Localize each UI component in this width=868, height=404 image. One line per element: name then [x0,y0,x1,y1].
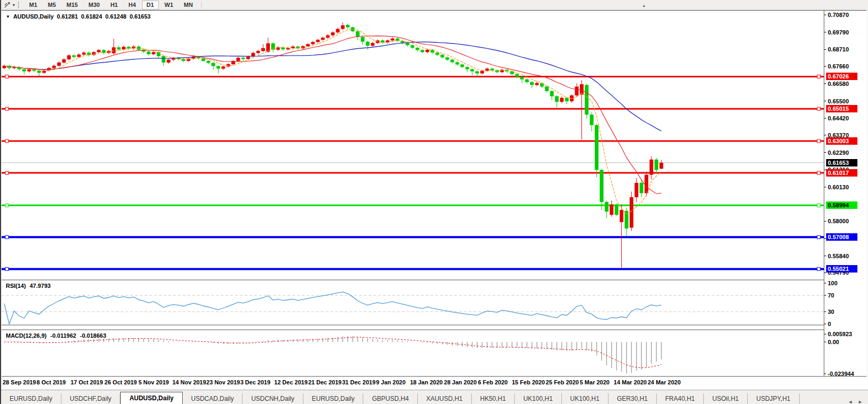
hline-anchor[interactable] [817,204,820,207]
hline-anchor[interactable] [5,139,8,143]
date-tick-label: 12 Dec 2019 [274,379,308,385]
date-tick-label: 23 Nov 2019 [207,379,240,385]
date-tick-label: 17 Oct 2019 [70,379,103,385]
scroll-right-icon[interactable]: ► [858,399,863,404]
price-tick-label: 0.55840 [828,253,849,259]
price-tick-label: 0.66580 [828,81,849,87]
tab-scroll-arrows: ◄ ► [848,399,868,404]
hline-anchor[interactable] [817,107,820,110]
price-level-badge: 0.61017 [826,169,857,177]
price-level-badge: 0.57008 [826,233,857,241]
date-axis: 28 Sep 20198 Oct 201917 Oct 201926 Oct 2… [2,377,868,390]
price-tick-label: 0.68710 [828,46,849,52]
ohlc-high: 0.61824 [81,13,102,20]
mt4-window: ▼ M1M5M15M30H1H4D1W1MN ▴ ▼ AUDUSD,Daily … [0,0,868,404]
chart-tab-4[interactable]: USDCNH,Daily [243,393,303,404]
rsi-indicator-label: RSI(14) 47.9793 [6,283,51,289]
chart-tab-1[interactable]: USDCHF,Daily [61,393,121,404]
price-level-badge: 0.63003 [826,137,857,145]
timeframe-buttons: M1M5M15M30H1H4D1W1MN [24,1,198,10]
hline-anchor[interactable] [5,75,8,78]
toolbar-separator [201,2,202,8]
timeframe-button-m1[interactable]: M1 [24,1,42,10]
price-level-badge: 0.65015 [826,105,857,112]
date-tick-label: 8 Oct 2019 [37,379,66,385]
chart-tab-0[interactable]: EURUSD,Daily [1,393,61,404]
rsi-tick-label: 30 [828,309,834,315]
date-tick-label: 5 Nov 2019 [138,379,168,385]
price-level-badge: 0.67026 [826,73,857,80]
toolbar-grip[interactable] [18,2,21,8]
rsi-name: RSI(14) [6,283,26,289]
toolbar-overflow-icon[interactable]: ▴ [643,3,645,8]
chart-tab-8[interactable]: HK50,H1 [472,393,515,404]
ohlc-close: 0.61653 [130,13,151,20]
date-tick-label: 21 Dec 2019 [308,379,342,385]
price-tick-label: 0.67660 [828,63,849,69]
date-tick-label: 24 Mar 2020 [648,379,681,385]
current-price-badge: 0.61653 [826,159,857,166]
chart-tab-6[interactable]: GBPUSD,H4 [363,393,417,404]
timeframe-button-m5[interactable]: M5 [43,1,60,10]
hline-anchor[interactable] [817,75,820,78]
chart-tab-7[interactable]: XAUUSD,H1 [418,393,472,404]
drawing-tool-icon[interactable]: ▼ [3,1,16,8]
date-tick-label: 28 Jan 2020 [444,379,477,385]
chart-tab-14[interactable]: USDJPY,H1 [748,393,799,404]
hline-anchor[interactable] [817,171,820,174]
price-tick-label: 0.60130 [828,184,849,190]
ohlc-open: 0.61281 [57,13,78,20]
hline-anchor[interactable] [817,235,820,239]
hline-anchor[interactable] [817,139,820,143]
price-chart-canvas[interactable] [2,10,866,377]
hline-anchor[interactable] [5,171,8,174]
hline-anchor[interactable] [5,107,8,110]
timeframe-button-m30[interactable]: M30 [84,1,104,10]
chart-tab-5[interactable]: EURUSD,Daily [303,393,364,404]
chart-tab-3[interactable]: USDCAD,Daily [183,393,243,404]
chart-tab-13[interactable]: USOil,H1 [704,393,748,404]
hline-anchor[interactable] [5,267,8,270]
macd-tick-label: 0.00 [828,339,839,345]
timeframe-button-w1[interactable]: W1 [160,1,178,10]
chart-tab-9[interactable]: UK100,H1 [515,393,561,404]
price-tick-label: 0.58000 [828,218,849,224]
date-tick-label: 14 Nov 2019 [173,379,207,385]
hline-anchor[interactable] [817,267,820,270]
chart-window: ▼ AUDUSD,Daily 0.61281 0.61824 0.61248 0… [2,10,866,377]
chart-tab-12[interactable]: FRA40,H1 [657,393,704,404]
price-tick-label: 0.70870 [828,12,849,18]
chevron-down-icon: ▼ [12,3,16,7]
timeframe-button-h1[interactable]: H1 [105,1,122,10]
hline-anchor[interactable] [5,235,8,239]
price-tick-label: 0.65500 [828,98,849,104]
price-tick-label: 0.69790 [828,29,849,36]
timeframe-button-h4[interactable]: H4 [123,1,140,10]
chart-tab-11[interactable]: GER30,H1 [609,393,657,404]
crosshair-lines-icon [4,2,11,8]
hline-anchor[interactable] [5,204,8,207]
chart-tab-2[interactable]: AUDUSD,Daily [120,392,182,404]
chart-menu-caret-icon[interactable]: ▼ [6,14,10,19]
price-level-badge: 0.55021 [826,265,857,273]
rsi-tick-label: 100 [828,280,837,286]
date-tick-label: 28 Sep 2019 [3,379,36,385]
date-tick-label: 18 Jan 2020 [410,379,443,385]
left-splitter[interactable] [0,0,1,404]
timeframe-button-d1[interactable]: D1 [142,1,159,10]
macd-tick-label: -0.023944 [828,371,854,377]
timeframe-toolbar: ▼ M1M5M15M30H1H4D1W1MN ▴ [1,0,868,10]
rsi-tick-label: 0 [828,321,831,327]
timeframe-button-mn[interactable]: MN [179,1,198,10]
scroll-left-icon[interactable]: ◄ [848,399,853,404]
chart-symbol: AUDUSD,Daily [13,13,53,20]
macd-name: MACD(12,26,9) [6,332,47,339]
chart-tab-10[interactable]: UK100,H1 [562,393,609,404]
price-level-badge: 0.58994 [826,201,857,209]
date-tick-label: 9 Jan 2020 [376,379,406,385]
date-tick-label: 26 Oct 2019 [104,379,137,385]
chart-tab-bar: EURUSD,DailyUSDCHF,DailyAUDUSD,DailyUSDC… [1,390,868,404]
chart-title: ▼ AUDUSD,Daily 0.61281 0.61824 0.61248 0… [6,13,150,20]
date-tick-label: 31 Dec 2019 [342,379,375,385]
timeframe-button-m15[interactable]: M15 [62,1,83,10]
